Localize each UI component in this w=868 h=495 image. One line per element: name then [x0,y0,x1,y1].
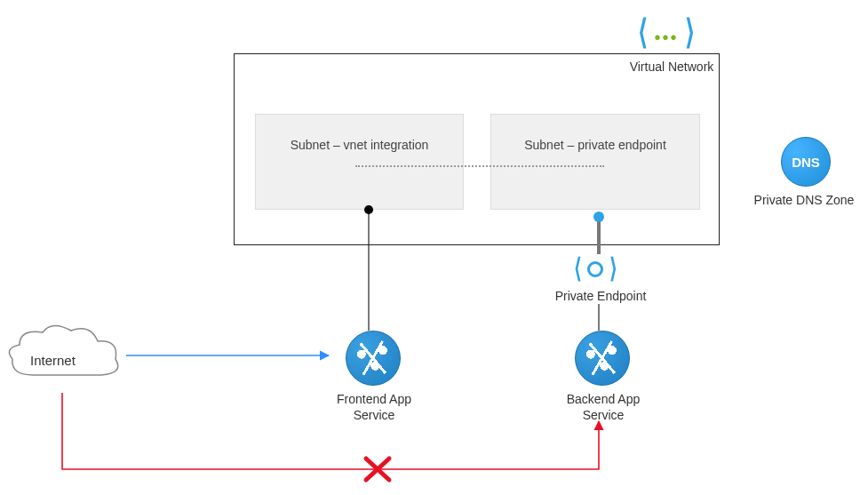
dns-badge-text: DNS [792,155,820,170]
backend-app-service-node [567,331,638,386]
subnet-private-endpoint: Subnet – private endpoint [490,114,700,210]
subnet-vnet-integration-label: Subnet – vnet integration [291,138,429,152]
app-service-icon [346,331,401,386]
private-dns-zone-label: Private DNS Zone [746,192,862,208]
svg-line-0 [366,459,389,480]
private-endpoint-icon: ⟨ ⟩ [574,252,617,288]
virtual-network-node: ⟨ ••• ⟩ [640,16,711,55]
deny-x-icon [366,459,389,480]
private-endpoint-node: ⟨ ⟩ [574,252,627,288]
subnet-peering-line [355,165,604,167]
internet-label: Internet [30,352,101,370]
frontend-app-service-node [338,331,409,386]
subnet-vnet-integration: Subnet – vnet integration [255,114,464,210]
private-dns-zone-node: DNS [775,137,837,187]
architecture-diagram: ⟨ ••• ⟩ Virtual Network Subnet – vnet in… [0,0,868,495]
frontend-app-service-label: Frontend App Service [316,391,432,423]
subnet-private-endpoint-label: Subnet – private endpoint [524,138,666,152]
dns-icon: DNS [781,137,831,187]
svg-line-1 [366,459,389,480]
virtual-network-icon: ⟨ ••• ⟩ [640,16,693,55]
private-endpoint-label: Private Endpoint [538,288,663,304]
virtual-network-label: Virtual Network [618,59,725,75]
backend-app-service-label: Backend App Service [545,391,661,423]
app-service-icon [575,331,630,386]
